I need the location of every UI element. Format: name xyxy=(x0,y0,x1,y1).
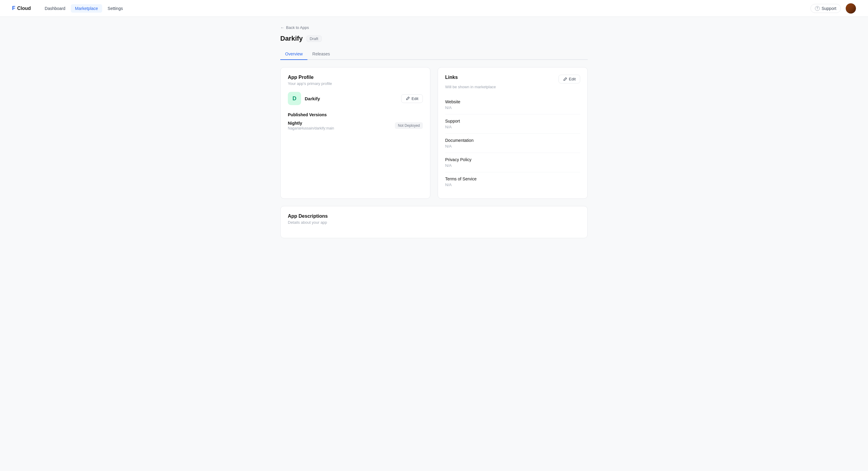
links-edit-button[interactable]: Edit xyxy=(558,75,580,83)
not-deployed-badge: Not Deployed xyxy=(395,122,423,129)
app-profile-title: App Profile xyxy=(288,75,423,80)
brand-name: Cloud xyxy=(17,6,31,11)
version-ref: NagariaHussain/darkify:main xyxy=(288,126,334,130)
app-profile-edit-button[interactable]: Edit xyxy=(401,94,423,103)
version-name: Nightly xyxy=(288,121,334,126)
link-item-privacy-policy: Privacy Policy N/A xyxy=(445,153,580,172)
brand-logo[interactable]: F Cloud xyxy=(12,5,31,11)
version-info: Nightly NagariaHussain/darkify:main xyxy=(288,121,334,130)
links-edit-icon xyxy=(563,77,567,81)
link-value-terms-of-service: N/A xyxy=(445,182,580,187)
app-identity-row: D Darkify Edit xyxy=(288,92,423,105)
navbar-links: Dashboard Marketplace Settings xyxy=(40,4,810,13)
nav-dashboard[interactable]: Dashboard xyxy=(40,4,70,13)
page-header: Darkify Draft xyxy=(280,35,588,42)
link-value-privacy-policy: N/A xyxy=(445,163,580,168)
link-item-terms-of-service: Terms of Service N/A xyxy=(445,172,580,191)
link-value-documentation: N/A xyxy=(445,144,580,148)
link-value-website: N/A xyxy=(445,105,580,110)
app-profile-subtitle: Your app's primary profile xyxy=(288,81,423,86)
link-label-documentation: Documentation xyxy=(445,138,580,143)
nav-settings[interactable]: Settings xyxy=(103,4,127,13)
navbar-right: ? Support xyxy=(810,3,856,13)
links-subtitle: Will be shown in marketplace xyxy=(445,85,580,89)
link-label-support: Support xyxy=(445,119,580,124)
tab-overview[interactable]: Overview xyxy=(280,48,307,60)
link-item-documentation: Documentation N/A xyxy=(445,134,580,153)
nav-marketplace[interactable]: Marketplace xyxy=(71,4,102,13)
links-card: Links Edit Will be shown in marketplace … xyxy=(438,67,588,199)
links-card-header: Links Edit xyxy=(445,75,580,83)
tab-releases[interactable]: Releases xyxy=(307,48,335,60)
support-button[interactable]: ? Support xyxy=(810,4,841,13)
tabs-bar: Overview Releases xyxy=(280,48,588,60)
edit-icon xyxy=(406,96,410,101)
app-descriptions-title: App Descriptions xyxy=(288,213,580,219)
back-to-apps-link[interactable]: ← Back to Apps xyxy=(280,25,588,30)
page-title: Darkify xyxy=(280,35,303,42)
navbar: F Cloud Dashboard Marketplace Settings ?… xyxy=(0,0,868,17)
version-row: Nightly NagariaHussain/darkify:main Not … xyxy=(288,121,423,130)
link-label-terms-of-service: Terms of Service xyxy=(445,176,580,181)
main-cards-grid: App Profile Your app's primary profile D… xyxy=(280,67,588,199)
app-name-label: Darkify xyxy=(305,96,398,101)
app-profile-card: App Profile Your app's primary profile D… xyxy=(280,67,430,199)
published-versions-label: Published Versions xyxy=(288,112,423,117)
link-label-website: Website xyxy=(445,99,580,104)
user-avatar[interactable] xyxy=(846,3,856,13)
links-list: Website N/A Support N/A Documentation N/… xyxy=(445,95,580,191)
back-to-apps-label: Back to Apps xyxy=(286,25,309,30)
link-value-support: N/A xyxy=(445,125,580,129)
avatar-image xyxy=(846,3,856,13)
page-content: ← Back to Apps Darkify Draft Overview Re… xyxy=(268,17,600,247)
app-icon: D xyxy=(288,92,301,105)
link-item-website: Website N/A xyxy=(445,95,580,114)
links-title: Links xyxy=(445,75,458,80)
links-title-group: Links xyxy=(445,75,458,80)
app-descriptions-card: App Descriptions Details about your app xyxy=(280,206,588,238)
support-label: Support xyxy=(822,6,836,11)
question-icon: ? xyxy=(815,6,820,11)
brand-logo-letter: F xyxy=(12,5,16,11)
link-label-privacy-policy: Privacy Policy xyxy=(445,157,580,162)
back-arrow-icon: ← xyxy=(280,25,284,30)
app-descriptions-subtitle: Details about your app xyxy=(288,220,580,225)
link-item-support: Support N/A xyxy=(445,114,580,134)
draft-badge: Draft xyxy=(307,36,321,42)
